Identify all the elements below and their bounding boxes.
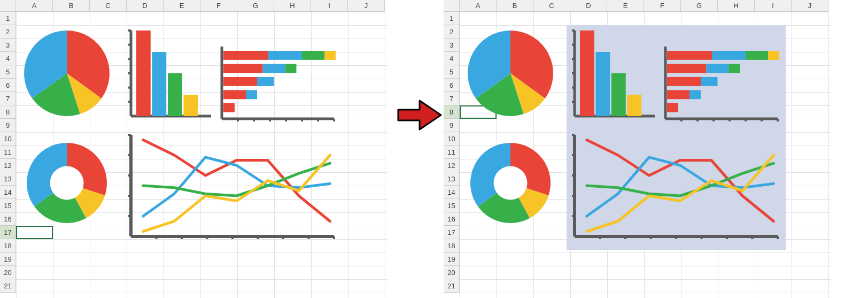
row-header-8[interactable]: 8 bbox=[444, 105, 460, 119]
row-header-21[interactable]: 21 bbox=[0, 279, 16, 293]
row-header-2[interactable]: 2 bbox=[444, 25, 460, 39]
right-spreadsheet-panel: ABCDEFGHIJ 12345678910111213141516171819… bbox=[444, 0, 831, 298]
col-header-E[interactable]: E bbox=[164, 0, 200, 12]
svg-rect-24 bbox=[302, 51, 324, 60]
svg-rect-30 bbox=[257, 77, 274, 86]
row-header-15[interactable]: 15 bbox=[444, 199, 460, 212]
row-header-9[interactable]: 9 bbox=[0, 119, 16, 132]
col-header-B[interactable]: B bbox=[497, 0, 533, 12]
col-header-D[interactable]: D bbox=[127, 0, 164, 12]
row-header-7[interactable]: 7 bbox=[444, 92, 460, 105]
svg-rect-82 bbox=[667, 103, 678, 112]
svg-rect-12 bbox=[183, 95, 198, 116]
svg-rect-23 bbox=[268, 51, 302, 60]
row-header-5[interactable]: 5 bbox=[0, 65, 16, 79]
select-all-corner[interactable] bbox=[444, 0, 460, 12]
row-header-6[interactable]: 6 bbox=[0, 79, 16, 92]
svg-rect-32 bbox=[246, 90, 257, 99]
left-spreadsheet-panel: ABCDEFGHIJ 12345678910111213141516171819… bbox=[0, 0, 387, 298]
row-header-19[interactable]: 19 bbox=[0, 253, 16, 266]
col-header-I[interactable]: I bbox=[311, 0, 348, 12]
svg-rect-22 bbox=[223, 51, 268, 60]
row-header-12[interactable]: 12 bbox=[444, 159, 460, 172]
col-header-H[interactable]: H bbox=[274, 0, 311, 12]
charts-overlay-right bbox=[460, 12, 828, 293]
col-header-C[interactable]: C bbox=[90, 0, 127, 12]
row-header-2[interactable]: 2 bbox=[0, 25, 16, 39]
row-header-14[interactable]: 14 bbox=[444, 186, 460, 199]
col-header-A[interactable]: A bbox=[460, 0, 497, 12]
col-header-D[interactable]: D bbox=[570, 0, 607, 12]
row-header-4[interactable]: 4 bbox=[0, 52, 16, 65]
row-header-3[interactable]: 3 bbox=[444, 39, 460, 52]
select-all-corner[interactable] bbox=[0, 0, 16, 12]
col-header-F[interactable]: F bbox=[200, 0, 237, 12]
row-header-1[interactable]: 1 bbox=[0, 12, 16, 25]
row-header-19[interactable]: 19 bbox=[444, 253, 460, 266]
svg-rect-81 bbox=[689, 90, 701, 99]
svg-rect-33 bbox=[223, 103, 235, 112]
row-header-13[interactable]: 13 bbox=[0, 172, 16, 186]
svg-rect-31 bbox=[223, 90, 246, 99]
row-header-21[interactable]: 21 bbox=[444, 279, 460, 293]
col-header-G[interactable]: G bbox=[237, 0, 274, 12]
row-header-15[interactable]: 15 bbox=[0, 199, 16, 212]
svg-rect-60 bbox=[611, 73, 626, 116]
svg-rect-29 bbox=[223, 77, 257, 86]
row-header-20[interactable]: 20 bbox=[444, 266, 460, 279]
charts-overlay-left bbox=[16, 12, 385, 293]
col-header-E[interactable]: E bbox=[607, 0, 644, 12]
row-header-8[interactable]: 8 bbox=[0, 105, 16, 119]
row-header-12[interactable]: 12 bbox=[0, 159, 16, 172]
row-header-1[interactable]: 1 bbox=[444, 12, 460, 25]
svg-rect-73 bbox=[746, 51, 768, 60]
svg-rect-79 bbox=[701, 77, 718, 86]
row-header-13[interactable]: 13 bbox=[444, 172, 460, 186]
row-header-11[interactable]: 11 bbox=[0, 146, 16, 159]
row-header-17[interactable]: 17 bbox=[0, 226, 16, 239]
row-header-14[interactable]: 14 bbox=[0, 186, 16, 199]
row-header-18[interactable]: 18 bbox=[444, 239, 460, 253]
svg-rect-25 bbox=[324, 51, 336, 60]
svg-rect-72 bbox=[712, 51, 746, 60]
svg-rect-71 bbox=[667, 51, 712, 60]
row-header-5[interactable]: 5 bbox=[444, 65, 460, 79]
row-header-6[interactable]: 6 bbox=[444, 79, 460, 92]
svg-rect-77 bbox=[729, 64, 740, 73]
sheet-right[interactable]: ABCDEFGHIJ 12345678910111213141516171819… bbox=[444, 0, 831, 298]
row-header-11[interactable]: 11 bbox=[444, 146, 460, 159]
col-header-J[interactable]: J bbox=[792, 0, 828, 12]
row-header-16[interactable]: 16 bbox=[0, 212, 16, 226]
row-header-17[interactable]: 17 bbox=[444, 226, 460, 239]
svg-point-49 bbox=[494, 166, 528, 200]
svg-rect-27 bbox=[263, 64, 285, 73]
row-header-9[interactable]: 9 bbox=[444, 119, 460, 132]
col-header-J[interactable]: J bbox=[348, 0, 385, 12]
svg-rect-75 bbox=[667, 64, 707, 73]
svg-rect-58 bbox=[580, 30, 594, 116]
row-header-3[interactable]: 3 bbox=[0, 39, 16, 52]
row-header-7[interactable]: 7 bbox=[0, 92, 16, 105]
svg-rect-11 bbox=[168, 73, 182, 116]
row-header-18[interactable]: 18 bbox=[0, 239, 16, 253]
col-header-F[interactable]: F bbox=[644, 0, 681, 12]
svg-rect-59 bbox=[595, 52, 610, 116]
row-header-20[interactable]: 20 bbox=[0, 266, 16, 279]
col-header-I[interactable]: I bbox=[755, 0, 792, 12]
col-header-C[interactable]: C bbox=[533, 0, 570, 12]
svg-rect-74 bbox=[768, 51, 779, 60]
row-header-4[interactable]: 4 bbox=[444, 52, 460, 65]
col-header-A[interactable]: A bbox=[16, 0, 53, 12]
svg-rect-61 bbox=[627, 95, 641, 116]
row-header-10[interactable]: 10 bbox=[444, 132, 460, 146]
sheet-left[interactable]: ABCDEFGHIJ 12345678910111213141516171819… bbox=[0, 0, 387, 298]
col-header-H[interactable]: H bbox=[718, 0, 755, 12]
col-header-G[interactable]: G bbox=[681, 0, 718, 12]
svg-rect-76 bbox=[707, 64, 729, 73]
col-header-B[interactable]: B bbox=[53, 0, 90, 12]
svg-rect-10 bbox=[152, 52, 166, 116]
arrow-icon bbox=[396, 96, 444, 134]
row-header-10[interactable]: 10 bbox=[0, 132, 16, 146]
row-header-16[interactable]: 16 bbox=[444, 212, 460, 226]
svg-rect-26 bbox=[223, 64, 263, 73]
